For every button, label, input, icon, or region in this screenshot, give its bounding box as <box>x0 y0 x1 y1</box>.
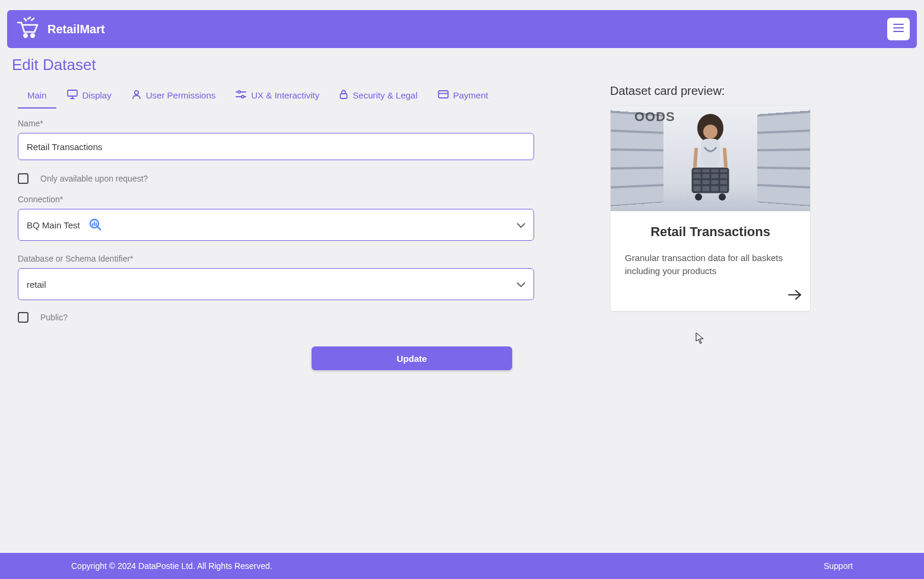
menu-button[interactable] <box>887 18 910 40</box>
name-label: Name* <box>18 119 534 128</box>
svg-rect-5 <box>68 90 77 96</box>
connection-select[interactable]: BQ Main Test <box>18 209 534 241</box>
svg-point-1 <box>31 34 34 37</box>
svg-point-19 <box>703 125 717 139</box>
support-link[interactable]: Support <box>824 561 853 571</box>
brand-name: RetailMart <box>47 23 105 36</box>
tab-label: Display <box>82 90 112 100</box>
tab-label: Main <box>27 90 47 100</box>
tab-security-legal[interactable]: Security & Legal <box>330 84 427 109</box>
name-input[interactable] <box>18 133 534 160</box>
tab-label: UX & Interactivity <box>251 90 319 100</box>
request-only-checkbox[interactable] <box>18 173 28 184</box>
request-only-label: Only available upon request? <box>40 174 148 183</box>
tab-display[interactable]: Display <box>58 84 121 109</box>
schema-select[interactable]: retail <box>18 268 534 300</box>
page-title: Edit Dataset <box>12 56 96 74</box>
schema-value: retail <box>27 279 46 290</box>
svg-line-31 <box>725 149 726 166</box>
svg-rect-20 <box>701 139 720 166</box>
brand: RetailMart <box>14 17 105 42</box>
svg-rect-13 <box>341 94 347 98</box>
bigquery-icon <box>88 218 101 233</box>
app-footer: Copyright © 2024 DataPostie Ltd. All Rig… <box>0 553 924 579</box>
public-label: Public? <box>40 313 68 322</box>
store-sign-text: OODS <box>634 109 675 125</box>
update-button[interactable]: Update <box>312 346 512 370</box>
user-icon <box>132 90 141 101</box>
tab-main[interactable]: Main <box>18 84 56 109</box>
app-header: RetailMart <box>7 10 917 48</box>
dataset-card-description: Granular transaction data for all basket… <box>625 252 796 278</box>
svg-point-11 <box>238 91 240 93</box>
chevron-down-icon <box>517 220 525 230</box>
dataset-card-title: Retail Transactions <box>625 224 796 240</box>
public-checkbox[interactable] <box>18 312 28 323</box>
svg-point-28 <box>695 193 702 201</box>
card-icon <box>438 90 449 100</box>
tabs: Main Display User Permissions UX & Inter… <box>18 83 498 109</box>
dataset-card-image: OODS <box>611 106 810 211</box>
mouse-cursor-icon <box>696 332 704 344</box>
tab-label: Payment <box>453 90 488 100</box>
footer-copyright: Copyright © 2024 DataPostie Ltd. All Rig… <box>71 561 272 571</box>
chevron-down-icon <box>517 279 525 290</box>
arrow-right-icon <box>788 290 802 303</box>
svg-point-0 <box>24 34 27 37</box>
connection-label: Connection* <box>18 195 534 204</box>
cart-logo-icon <box>14 17 40 42</box>
tab-ux-interactivity[interactable]: UX & Interactivity <box>226 84 329 109</box>
svg-point-8 <box>135 90 138 94</box>
tab-label: User Permissions <box>146 90 216 100</box>
svg-rect-14 <box>439 91 448 98</box>
dataset-card[interactable]: OODS <box>610 105 811 311</box>
svg-point-12 <box>242 96 244 98</box>
lock-icon <box>339 90 348 101</box>
edit-dataset-form: Name* Only available upon request? Conne… <box>18 119 534 333</box>
svg-point-29 <box>719 193 726 201</box>
tab-user-permissions[interactable]: User Permissions <box>122 84 226 109</box>
connection-value: BQ Main Test <box>27 220 80 230</box>
tab-payment[interactable]: Payment <box>428 84 498 109</box>
schema-label: Database or Schema Identifier* <box>18 254 534 263</box>
shopper-illustration <box>675 114 746 211</box>
sliders-icon <box>236 90 246 100</box>
monitor-icon <box>67 90 78 101</box>
tab-label: Security & Legal <box>353 90 417 100</box>
svg-line-17 <box>97 227 100 230</box>
svg-line-30 <box>695 149 696 166</box>
hamburger-icon <box>893 24 904 34</box>
dataset-card-preview: Dataset card preview: OODS <box>610 84 811 311</box>
preview-heading: Dataset card preview: <box>610 84 811 98</box>
